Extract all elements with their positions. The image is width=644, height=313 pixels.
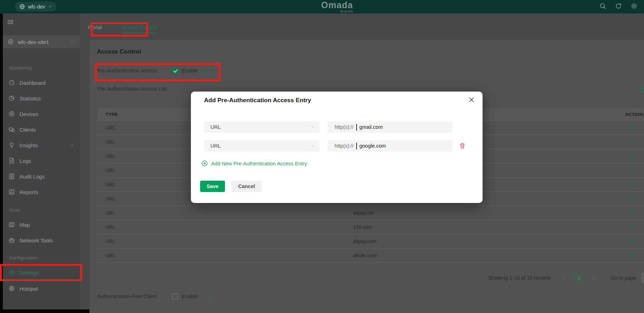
- sidebar-item-settings[interactable]: Settings: [3, 265, 80, 280]
- search-icon[interactable]: [599, 2, 606, 10]
- url-input[interactable]: http(s):// google.com: [327, 140, 452, 152]
- delete-row-icon[interactable]: [573, 224, 644, 230]
- table-row: URL alicdn.com: [98, 248, 644, 263]
- url-prefix: http(s)://: [335, 124, 353, 130]
- add-entry-icon[interactable]: [639, 85, 644, 93]
- auth-free-client-row: Authentication-Free Client Enable: [97, 293, 211, 300]
- chevron-down-icon: [48, 5, 52, 9]
- delete-row-icon[interactable]: [573, 196, 644, 202]
- modal-title: Add Pre-Authentication Access Entry: [204, 97, 311, 104]
- sidebar-collapse-icon[interactable]: [7, 18, 14, 26]
- tab-access-control[interactable]: Access Control: [121, 24, 157, 33]
- entry-type-select[interactable]: URL: [204, 140, 320, 152]
- goto-page-label: Go to page: [611, 275, 636, 281]
- section-label-monitoring: Monitoring: [9, 65, 32, 71]
- url-input[interactable]: http(s):// gmail.com: [327, 121, 452, 133]
- delete-row-icon[interactable]: [573, 210, 644, 216]
- delete-row-icon[interactable]: [573, 125, 644, 131]
- goto-page-input[interactable]: [641, 273, 644, 283]
- plus-circle-icon: [201, 160, 208, 167]
- entry-row: URL http(s):// google.com: [204, 140, 466, 152]
- next-page-icon[interactable]: [591, 276, 596, 280]
- top-header: wfc-dev Omada by tp-link: [0, 0, 644, 13]
- pre-auth-list-label: Pre-Authentication Access List: [97, 86, 167, 92]
- save-button[interactable]: Save: [200, 181, 225, 192]
- sidebar-item-reports[interactable]: Reports: [3, 185, 80, 199]
- delete-entry-icon[interactable]: [459, 143, 466, 149]
- delete-row-icon[interactable]: [573, 167, 644, 173]
- auth-free-label: Authentication-Free Client: [97, 293, 172, 299]
- cancel-button[interactable]: Cancel: [231, 181, 262, 192]
- entry-row: URL http(s):// gmail.com: [204, 121, 452, 133]
- url-value: google.com: [359, 143, 386, 149]
- delete-row-icon[interactable]: [573, 139, 644, 145]
- sidebar-item-hotspot[interactable]: Hotspot: [3, 281, 80, 296]
- page-title: Access Control: [97, 48, 141, 55]
- sidebar-item-statistics[interactable]: Statistics: [3, 91, 80, 105]
- delete-row-icon[interactable]: [573, 238, 644, 244]
- info-icon[interactable]: [205, 293, 211, 300]
- enable-label: Enable: [182, 293, 198, 299]
- sidebar-item-devices[interactable]: Devices: [3, 107, 80, 121]
- chevron-right-icon: [70, 271, 74, 275]
- delete-row-icon[interactable]: [573, 153, 644, 159]
- auth-free-enable-checkbox[interactable]: [172, 293, 178, 300]
- section-label-tools: Tools: [9, 208, 21, 213]
- text-cursor: [356, 124, 357, 131]
- records-summary: Showing 1-10 of 10 records: [488, 275, 551, 281]
- controller-name: wfc-dev: [28, 4, 45, 10]
- sidebar-item-map[interactable]: Map: [3, 218, 80, 232]
- url-value: gmail.com: [359, 124, 383, 130]
- table-row: URL 126.com: [98, 220, 644, 234]
- pre-auth-label: Pre-Authentication Access: [97, 68, 172, 73]
- sidebar-item-audit-logs[interactable]: Audit Logs: [3, 169, 80, 183]
- controller-selector[interactable]: wfc-dev: [15, 2, 56, 11]
- tab-portal[interactable]: Portal: [88, 24, 102, 33]
- col-header-action: ACTION: [573, 112, 644, 117]
- url-prefix: http(s)://: [335, 143, 353, 149]
- chevron-down-icon: [310, 125, 315, 129]
- theme-sun-icon[interactable]: [631, 2, 638, 10]
- pre-auth-enable-checkbox[interactable]: [172, 68, 178, 74]
- site-selector[interactable]: wfc-dev-site1: [3, 35, 80, 48]
- prev-page-icon[interactable]: [562, 276, 567, 280]
- entry-type-select[interactable]: URL: [204, 121, 320, 133]
- sidebar-item-dashboard[interactable]: Dashboard: [3, 76, 80, 90]
- refresh-icon[interactable]: [615, 2, 622, 10]
- chevron-down-icon: [310, 144, 315, 148]
- delete-row-icon[interactable]: [573, 252, 644, 258]
- pagination: Showing 1-10 of 10 records 1 Go to page: [488, 272, 644, 284]
- app-window: wfc-dev Omada by tp-link: [0, 0, 644, 313]
- tab-bar: Portal Access Control: [88, 24, 157, 33]
- chevron-down-icon: [70, 40, 74, 44]
- sidebar: wfc-dev-site1 Monitoring Dashboard Stati…: [3, 13, 80, 309]
- info-icon[interactable]: [205, 68, 211, 74]
- table-row: URL alipay.net: [98, 206, 644, 220]
- add-entry-modal: Add Pre-Authentication Access Entry URL …: [191, 92, 483, 203]
- site-name: wfc-dev-site1: [18, 39, 49, 45]
- pre-auth-access-row: Pre-Authentication Access Enable: [97, 67, 211, 74]
- sidebar-item-insights[interactable]: Insights: [3, 138, 80, 152]
- site-pin-icon: [7, 39, 14, 45]
- sidebar-item-network-tools[interactable]: Network Tools: [3, 233, 80, 247]
- text-cursor: [356, 143, 357, 149]
- delete-row-icon[interactable]: [573, 181, 644, 187]
- section-label-configuration: Configuration: [9, 255, 38, 260]
- globe-icon: [19, 4, 25, 10]
- sidebar-item-logs[interactable]: Logs: [3, 154, 80, 168]
- enable-label: Enable: [182, 68, 198, 73]
- omada-logo: Omada by tp-link: [321, 1, 353, 13]
- table-row: URL alipay.com: [98, 234, 644, 248]
- page-number-button[interactable]: 1: [573, 273, 585, 283]
- sidebar-item-clients[interactable]: Clients: [3, 122, 80, 137]
- close-icon[interactable]: [468, 97, 475, 103]
- chevron-right-icon: [70, 143, 74, 147]
- add-new-entry-link[interactable]: Add New Pre-Authentication Access Entry: [201, 160, 307, 167]
